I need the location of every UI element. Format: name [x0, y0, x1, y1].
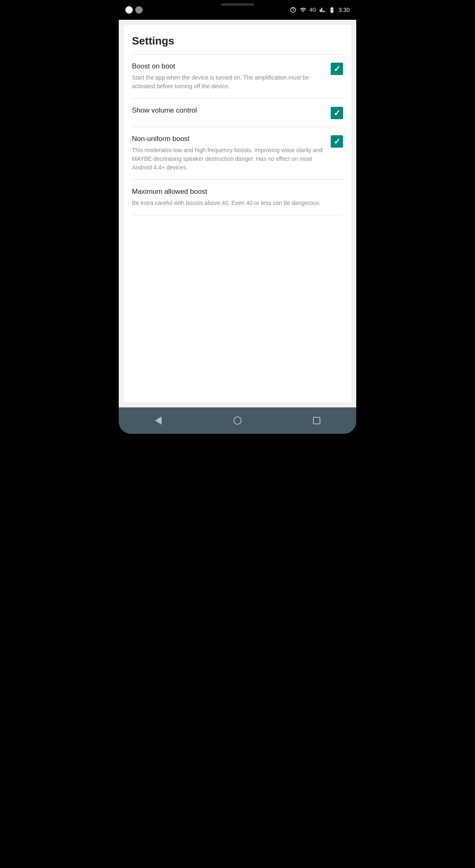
status-bar: 4G 3:30: [119, 0, 356, 20]
show-volume-control-title: Show volume control: [132, 106, 326, 115]
settings-item-show-volume-control[interactable]: Show volume control ✓: [124, 99, 351, 127]
checkmark-icon-2: ✓: [334, 109, 341, 117]
show-volume-control-checkbox[interactable]: ✓: [331, 107, 343, 119]
recents-button[interactable]: [304, 412, 329, 429]
back-button[interactable]: [146, 412, 171, 429]
alarm-icon: [290, 7, 296, 13]
settings-item-non-uniform-boost[interactable]: Non-uniform boost This moderates low and…: [124, 127, 351, 179]
maximum-allowed-boost-title: Maximum allowed boost: [132, 187, 343, 196]
home-button[interactable]: [225, 412, 250, 429]
status-left-icons: [125, 6, 143, 14]
phone-frame: 4G 3:30 Settings Boost on boot Start the…: [119, 0, 356, 434]
maximum-allowed-boost-text: Maximum allowed boost Be extra careful w…: [132, 187, 343, 207]
signal-icon: [320, 7, 325, 13]
boost-on-boot-desc: Start the app when the device is turned …: [132, 73, 326, 91]
non-uniform-boost-desc: This moderates low and high frequency bo…: [132, 146, 326, 172]
non-uniform-boost-checkbox[interactable]: ✓: [331, 135, 343, 148]
checkmark-icon: ✓: [334, 65, 341, 73]
notch: [221, 3, 254, 6]
divider-5: [132, 215, 343, 215]
status-time: 3:30: [339, 7, 350, 13]
status-circle-gray: [135, 6, 143, 14]
settings-item-maximum-allowed-boost[interactable]: Maximum allowed boost Be extra careful w…: [124, 180, 351, 215]
boost-on-boot-title: Boost on boot: [132, 62, 326, 71]
battery-icon: [329, 7, 335, 13]
back-icon: [155, 416, 162, 425]
non-uniform-boost-title: Non-uniform boost: [132, 134, 326, 143]
navigation-bar: [119, 407, 356, 434]
boost-on-boot-checkbox[interactable]: ✓: [331, 63, 343, 75]
wifi-icon: [300, 7, 306, 13]
settings-card: Settings Boost on boot Start the app whe…: [124, 25, 351, 402]
network-label: 4G: [310, 7, 316, 13]
non-uniform-boost-text: Non-uniform boost This moderates low and…: [132, 134, 326, 172]
home-icon: [233, 416, 242, 425]
boost-on-boot-text: Boost on boot Start the app when the dev…: [132, 62, 326, 91]
app-content: Settings Boost on boot Start the app whe…: [119, 20, 356, 407]
status-circle-white: [125, 6, 133, 14]
settings-item-boost-on-boot[interactable]: Boost on boot Start the app when the dev…: [124, 54, 351, 98]
page-title: Settings: [124, 25, 351, 54]
checkmark-icon-3: ✓: [334, 137, 341, 146]
maximum-allowed-boost-desc: Be extra careful with boosts above 40. E…: [132, 199, 343, 207]
show-volume-control-text: Show volume control: [132, 106, 326, 118]
status-right-icons: 4G 3:30: [290, 7, 350, 13]
recents-icon: [313, 417, 320, 424]
